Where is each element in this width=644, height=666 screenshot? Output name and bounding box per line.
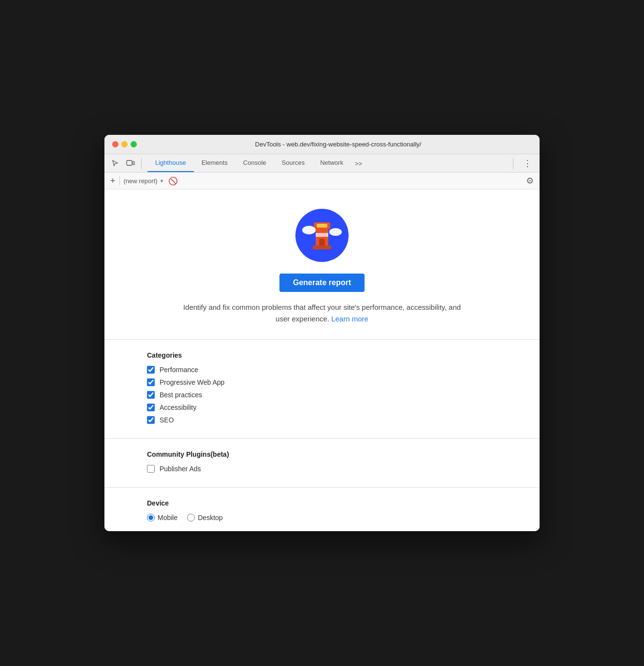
radio-mobile-input[interactable] — [147, 514, 155, 521]
community-plugins-section: Community Plugins(beta) Publisher Ads — [104, 439, 540, 488]
lighthouse-logo — [295, 209, 349, 262]
svg-rect-0 — [127, 160, 132, 165]
minimize-button[interactable] — [121, 141, 128, 147]
radio-desktop-input[interactable] — [187, 514, 195, 521]
report-name-label: (new report) — [124, 177, 158, 185]
checkbox-performance[interactable]: Performance — [147, 366, 497, 374]
maximize-button[interactable] — [131, 141, 137, 147]
radio-mobile[interactable]: Mobile — [147, 514, 177, 521]
title-bar: DevTools - web.dev/fixing-website-speed-… — [104, 135, 540, 154]
community-plugins-title: Community Plugins(beta) — [147, 450, 497, 458]
checkbox-best-practices[interactable]: Best practices — [147, 391, 497, 399]
device-radio-group: Mobile Desktop — [147, 514, 497, 521]
report-bar-divider — [119, 176, 120, 186]
devtools-window: DevTools - web.dev/fixing-website-speed-… — [104, 135, 540, 531]
checkbox-pwa-input[interactable] — [147, 378, 155, 386]
categories-section: Categories Performance Progressive Web A… — [104, 340, 540, 439]
checkbox-seo[interactable]: SEO — [147, 416, 497, 424]
radio-desktop[interactable]: Desktop — [187, 514, 222, 521]
tabs-container: Lighthouse Elements Console Sources Netw… — [147, 154, 511, 172]
report-bar: + (new report) ▼ 🚫 ⚙ — [104, 173, 540, 189]
svg-rect-1 — [133, 161, 134, 165]
checkbox-pwa-label: Progressive Web App — [160, 378, 224, 386]
report-cancel-icon[interactable]: 🚫 — [168, 176, 178, 186]
checkbox-seo-input[interactable] — [147, 416, 155, 424]
toolbar-right-divider — [513, 158, 513, 169]
generate-report-button[interactable]: Generate report — [279, 274, 365, 292]
toolbar: Lighthouse Elements Console Sources Netw… — [104, 154, 540, 173]
checkbox-accessibility-input[interactable] — [147, 404, 155, 411]
categories-title: Categories — [147, 351, 497, 359]
radio-desktop-label: Desktop — [198, 514, 222, 521]
hero-section: Generate report Identify and fix common … — [104, 189, 540, 340]
checkbox-seo-label: SEO — [160, 416, 174, 424]
svg-rect-6 — [319, 239, 325, 246]
device-icon[interactable] — [124, 157, 137, 170]
checkbox-accessibility[interactable]: Accessibility — [147, 404, 497, 411]
svg-rect-5 — [317, 224, 327, 228]
tab-lighthouse[interactable]: Lighthouse — [147, 154, 194, 172]
radio-mobile-label: Mobile — [158, 514, 177, 521]
report-bar-right: ⚙ — [526, 175, 534, 186]
toolbar-right: ⋮ — [515, 156, 540, 171]
main-content: Generate report Identify and fix common … — [104, 189, 540, 531]
tab-network[interactable]: Network — [312, 154, 351, 172]
device-title: Device — [147, 499, 497, 507]
tab-sources[interactable]: Sources — [274, 154, 313, 172]
tab-console[interactable]: Console — [235, 154, 274, 172]
kebab-menu-icon[interactable]: ⋮ — [521, 156, 534, 171]
learn-more-link[interactable]: Learn more — [331, 315, 368, 323]
checkbox-performance-label: Performance — [160, 366, 198, 374]
device-section: Device Mobile Desktop — [104, 488, 540, 531]
svg-point-8 — [302, 226, 316, 234]
checkbox-pwa[interactable]: Progressive Web App — [147, 378, 497, 386]
toolbar-divider — [141, 158, 142, 169]
checkbox-publisher-ads[interactable]: Publisher Ads — [147, 465, 497, 473]
svg-rect-10 — [313, 246, 331, 249]
checkbox-publisher-ads-input[interactable] — [147, 465, 155, 473]
checkbox-performance-input[interactable] — [147, 366, 155, 374]
tab-elements[interactable]: Elements — [194, 154, 235, 172]
window-title: DevTools - web.dev/fixing-website-speed-… — [145, 141, 532, 148]
report-selector[interactable]: (new report) ▼ — [124, 177, 164, 185]
settings-icon[interactable]: ⚙ — [526, 175, 534, 186]
close-button[interactable] — [112, 141, 118, 147]
report-dropdown-arrow-icon: ▼ — [160, 178, 164, 184]
toolbar-left — [104, 157, 147, 170]
cursor-icon[interactable] — [108, 157, 122, 170]
more-tabs-button[interactable]: >> — [351, 155, 366, 172]
svg-rect-7 — [316, 233, 328, 237]
checkbox-publisher-ads-label: Publisher Ads — [160, 465, 201, 473]
add-report-button[interactable]: + — [110, 176, 116, 185]
checkbox-accessibility-label: Accessibility — [160, 404, 196, 411]
checkbox-best-practices-label: Best practices — [160, 391, 202, 399]
hero-description: Identify and fix common problems that af… — [177, 302, 467, 325]
svg-point-9 — [329, 228, 342, 236]
checkbox-best-practices-input[interactable] — [147, 391, 155, 399]
traffic-lights — [112, 141, 137, 147]
